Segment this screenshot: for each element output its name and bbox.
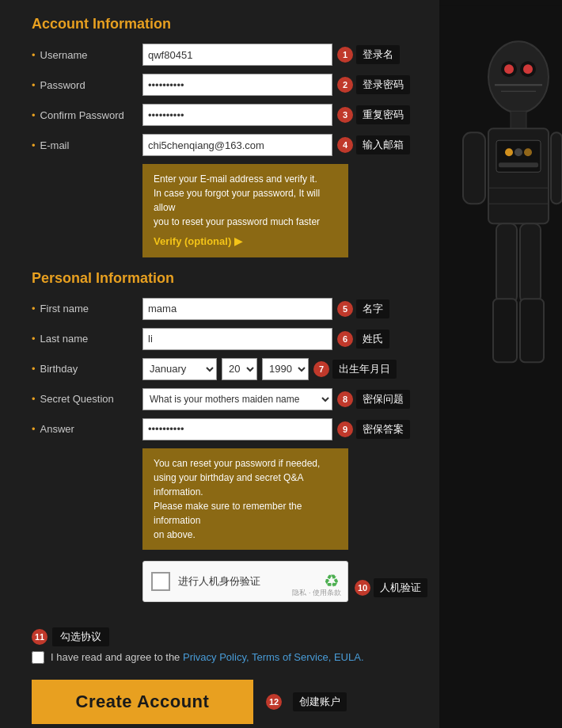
recaptcha-wrapper: 进行人机身份验证 ♻ 隐私 · 使用条款 10 人机验证 (32, 561, 427, 615)
badge-12: 12 (266, 694, 282, 710)
recaptcha-footer: 隐私 · 使用条款 (292, 588, 341, 598)
create-button-zh: 创建账户 (293, 692, 347, 711)
svg-rect-17 (496, 223, 517, 303)
birthday-row: Birthday JanuaryFebruaryMarch AprilMayJu… (32, 358, 427, 380)
answer-label: Answer (32, 423, 142, 435)
firstname-label: First name (32, 303, 142, 314)
secret-question-zh: 密保问题 (356, 390, 410, 409)
agreement-checkbox[interactable] (32, 651, 44, 664)
birthday-label: Birthday (32, 363, 142, 375)
svg-rect-18 (520, 223, 541, 303)
page-wrapper: Account Information Username 1 登录名 Passw… (0, 0, 562, 728)
badge-10: 10 (355, 580, 370, 596)
svg-rect-0 (439, 6, 562, 728)
svg-point-12 (515, 148, 522, 156)
verify-link[interactable]: Verify (optional) ▶ (154, 234, 337, 250)
password-zh: 登录密码 (356, 75, 410, 94)
lastname-input[interactable] (142, 328, 332, 350)
secret-question-label: Secret Question (32, 393, 142, 405)
svg-point-11 (505, 148, 513, 156)
username-row: Username 1 登录名 (32, 44, 427, 66)
birthday-day-select[interactable]: 12510 15202531 (222, 358, 257, 380)
svg-rect-20 (520, 299, 544, 362)
main-content: Account Information Username 1 登录名 Passw… (0, 0, 443, 728)
agreement-links[interactable]: Privacy Policy, Terms of Service, EULA. (183, 651, 364, 663)
svg-point-4 (504, 64, 514, 74)
badge-3: 3 (337, 107, 353, 123)
email-input[interactable] (142, 134, 332, 156)
agreement-badge-row: 11 勾选协议 (32, 627, 427, 646)
email-label: E-mail (32, 139, 142, 151)
firstname-row: First name 5 名字 (32, 298, 427, 320)
badge-9: 9 (337, 421, 353, 437)
birthday-selects: JanuaryFebruaryMarch AprilMayJune JulyAu… (142, 358, 309, 380)
personal-section-title: Personal Information (32, 270, 427, 287)
recaptcha-box[interactable]: 进行人机身份验证 ♻ 隐私 · 使用条款 (142, 561, 348, 602)
recaptcha-zh: 人机验证 (374, 578, 427, 597)
svg-point-5 (523, 64, 533, 74)
password-label: Password (32, 79, 142, 91)
birthday-year-select[interactable]: 1985198619871988 1989199019911992 (262, 358, 309, 380)
robot-background (439, 0, 562, 728)
email-info-box: Enter your E-mail address and verify it.… (142, 164, 348, 257)
badge-5: 5 (337, 301, 353, 317)
reset-info-box: You can reset your password if needed,us… (142, 448, 348, 550)
secret-question-select[interactable]: What is your mothers maiden name What is… (142, 388, 332, 410)
badge-6: 6 (337, 331, 353, 347)
agreement-row: I have read and agree to the Privacy Pol… (32, 651, 427, 664)
answer-zh: 密保答案 (356, 420, 410, 439)
badge-2: 2 (337, 77, 353, 93)
recaptcha-checkbox[interactable] (151, 572, 170, 591)
birthday-month-select[interactable]: JanuaryFebruaryMarch AprilMayJune JulyAu… (142, 358, 217, 380)
create-account-wrapper: Create Account 12 创建账户 (32, 680, 427, 724)
badge-7: 7 (313, 361, 329, 377)
svg-rect-16 (551, 132, 562, 204)
birthday-zh: 出生年月日 (332, 360, 397, 379)
username-input[interactable] (142, 44, 332, 66)
answer-input[interactable] (142, 418, 332, 440)
svg-point-1 (488, 41, 549, 112)
reset-info-text: You can reset your password if needed,us… (154, 458, 320, 540)
svg-rect-14 (499, 162, 538, 167)
email-zh: 输入邮箱 (356, 135, 410, 154)
badge-4: 4 (337, 137, 353, 153)
password-input[interactable] (142, 74, 332, 96)
confirm-password-input[interactable] (142, 104, 332, 126)
confirm-password-zh: 重复密码 (356, 105, 410, 124)
secret-question-row: Secret Question What is your mothers mai… (32, 388, 427, 410)
lastname-zh: 姓氏 (356, 330, 389, 349)
username-label: Username (32, 49, 142, 61)
svg-rect-19 (493, 299, 517, 362)
confirm-password-row: Confirm Password 3 重复密码 (32, 104, 427, 126)
svg-rect-15 (463, 132, 485, 204)
username-zh: 登录名 (356, 45, 400, 64)
badge-8: 8 (337, 391, 353, 407)
svg-point-13 (524, 148, 532, 156)
lastname-label: Last name (32, 333, 142, 345)
agreement-zh: 勾选协议 (52, 627, 109, 646)
email-row: E-mail 4 输入邮箱 (32, 134, 427, 156)
recaptcha-text: 进行人机身份验证 (178, 574, 316, 589)
lastname-row: Last name 6 姓氏 (32, 328, 427, 350)
badge-1: 1 (337, 47, 353, 63)
firstname-input[interactable] (142, 298, 332, 320)
create-account-button[interactable]: Create Account (32, 680, 253, 724)
email-info-text: Enter your E-mail address and verify it.… (154, 173, 320, 227)
firstname-zh: 名字 (356, 299, 389, 318)
confirm-password-label: Confirm Password (32, 109, 142, 121)
agreement-text: I have read and agree to the Privacy Pol… (51, 651, 364, 663)
answer-row: Answer 9 密保答案 (32, 418, 427, 440)
badge-11: 11 (32, 629, 47, 645)
password-row: Password 2 登录密码 (32, 74, 427, 96)
account-section-title: Account Information (32, 16, 427, 32)
